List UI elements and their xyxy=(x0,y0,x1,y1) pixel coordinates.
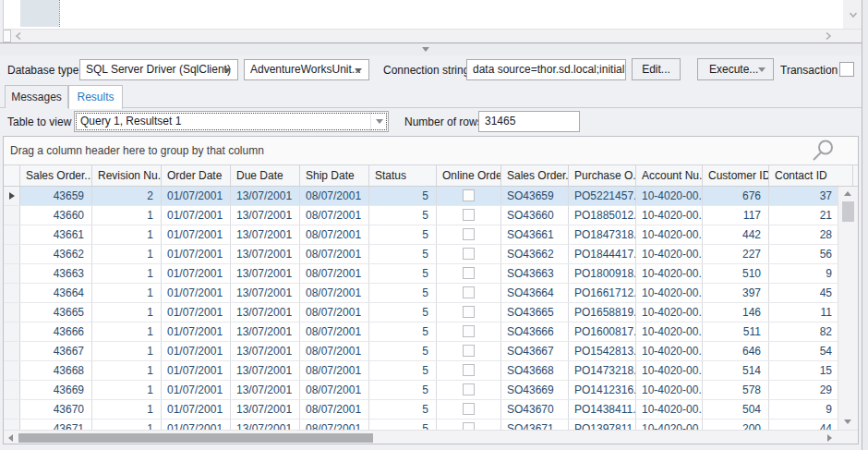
column-header-online_order[interactable]: Online Orde... xyxy=(437,165,501,186)
column-header-sales_order_number[interactable]: Sales Order... xyxy=(501,165,569,186)
cell-ship_date: 08/07/2001 xyxy=(300,284,369,302)
cell-order_date: 01/07/2001 xyxy=(162,361,231,380)
cell-account_number: 10-4020-00... xyxy=(636,420,703,430)
cell-due_date: 13/07/2001 xyxy=(231,187,300,205)
cell-order_date: 01/07/2001 xyxy=(162,322,231,341)
table-row[interactable]: 43664101/07/200113/07/200108/07/20015SO4… xyxy=(4,284,858,303)
online-order-checkbox[interactable] xyxy=(463,248,475,260)
grid-vertical-scrollbar[interactable] xyxy=(838,187,858,430)
execute-button-label: Execute... xyxy=(709,63,758,76)
online-order-checkbox[interactable] xyxy=(463,383,475,395)
cell-account_number: 10-4020-00... xyxy=(636,322,703,341)
chevron-right-icon[interactable] xyxy=(823,30,834,42)
cell-customer_id: 200 xyxy=(703,420,769,430)
row-indicator xyxy=(4,400,20,419)
table-row[interactable]: 43669101/07/200113/07/200108/07/20015SO4… xyxy=(4,381,858,400)
execute-button[interactable]: Execute... xyxy=(697,58,774,80)
column-header-account_number[interactable]: Account Nu... xyxy=(636,165,703,186)
cell-customer_id: 646 xyxy=(703,342,769,360)
table-to-view-combo[interactable]: Query 1, Resultset 1 xyxy=(74,111,389,132)
cell-due_date: 13/07/2001 xyxy=(231,206,300,225)
online-order-checkbox[interactable] xyxy=(463,345,475,357)
table-row[interactable]: 43662101/07/200113/07/200108/07/20015SO4… xyxy=(4,245,858,264)
tab-messages[interactable]: Messages xyxy=(5,85,68,108)
cell-purchase_order: PO1844417... xyxy=(569,245,636,263)
table-row[interactable]: 43665101/07/200113/07/200108/07/20015SO4… xyxy=(4,303,858,322)
table-row[interactable]: 43668101/07/200113/07/200108/07/20015SO4… xyxy=(4,361,858,381)
cell-online_order xyxy=(437,303,501,322)
cell-ship_date: 08/07/2001 xyxy=(300,264,369,283)
splitter-grip[interactable] xyxy=(3,30,11,43)
online-order-checkbox[interactable] xyxy=(463,364,475,376)
column-header-contact_id[interactable]: Contact ID xyxy=(769,165,853,186)
table-row[interactable]: 43660101/07/200113/07/200108/07/20015SO4… xyxy=(4,206,858,225)
database-name-combo[interactable]: AdventureWorksUnit... xyxy=(244,59,369,80)
sql-editor-area[interactable] xyxy=(3,0,843,29)
online-order-checkbox[interactable] xyxy=(463,306,475,318)
chevron-down-icon[interactable] xyxy=(848,9,859,20)
column-header-status[interactable]: Status xyxy=(369,165,437,186)
edit-button[interactable]: Edit... xyxy=(632,58,681,80)
cell-ship_date: 08/07/2001 xyxy=(300,303,369,322)
connection-string-input[interactable]: data source=thor.sd.local;initial catalo xyxy=(466,59,626,80)
editor-vertical-scrollbar[interactable] xyxy=(843,0,862,29)
cell-status: 5 xyxy=(369,420,437,430)
column-header-revision_number[interactable]: Revision Nu... xyxy=(92,165,162,186)
cell-account_number: 10-4020-00... xyxy=(636,206,703,225)
cell-order_date: 01/07/2001 xyxy=(162,284,231,302)
table-row[interactable]: 43670101/07/200113/07/200108/07/20015SO4… xyxy=(4,400,858,420)
search-icon[interactable] xyxy=(810,139,836,164)
column-header-sales_order_id[interactable]: Sales Order... xyxy=(20,165,92,186)
online-order-checkbox[interactable] xyxy=(463,286,475,298)
online-order-checkbox[interactable] xyxy=(463,189,475,201)
chevron-down-icon xyxy=(355,68,362,73)
cell-customer_id: 504 xyxy=(703,400,769,419)
cell-due_date: 13/07/2001 xyxy=(231,245,300,263)
column-header-ship_date[interactable]: Ship Date xyxy=(300,165,369,186)
online-order-checkbox[interactable] xyxy=(463,422,475,430)
scroll-left-icon[interactable] xyxy=(8,434,13,442)
combo-dropdown-button[interactable] xyxy=(370,112,388,131)
table-row[interactable]: 43663101/07/200113/07/200108/07/20015SO4… xyxy=(4,264,858,284)
editor-selection-highlight xyxy=(20,0,59,27)
cell-sales_order_number: SO43668 xyxy=(501,361,569,380)
cell-status: 5 xyxy=(369,342,437,360)
column-header-order_date[interactable]: Order Date xyxy=(162,165,231,186)
vertical-scroll-thumb[interactable] xyxy=(842,201,854,222)
cell-account_number: 10-4020-00... xyxy=(636,342,703,360)
scroll-right-icon[interactable] xyxy=(827,434,832,442)
online-order-checkbox[interactable] xyxy=(463,325,475,337)
cell-status: 5 xyxy=(369,206,437,225)
column-header-purchase_order[interactable]: Purchase O... xyxy=(569,165,636,186)
horizontal-splitter[interactable] xyxy=(0,43,868,55)
table-row[interactable]: 43659201/07/200113/07/200108/07/20015SO4… xyxy=(4,187,858,206)
database-type-combo[interactable]: SQL Server Driver (SqlClient) xyxy=(79,59,238,80)
cell-customer_id: 676 xyxy=(703,187,769,205)
table-row[interactable]: 43661101/07/200113/07/200108/07/20015SO4… xyxy=(4,225,858,245)
transaction-checkbox[interactable] xyxy=(839,62,854,77)
online-order-checkbox[interactable] xyxy=(463,228,475,240)
chevron-left-icon[interactable] xyxy=(13,30,24,42)
cell-ship_date: 08/07/2001 xyxy=(300,381,369,399)
online-order-checkbox[interactable] xyxy=(463,209,475,221)
grid-horizontal-scrollbar[interactable] xyxy=(4,430,858,444)
table-row[interactable]: 43667101/07/200113/07/200108/07/20015SO4… xyxy=(4,342,858,361)
table-row[interactable]: 43666101/07/200113/07/200108/07/20015SO4… xyxy=(4,322,858,342)
column-header-customer_id[interactable]: Customer ID xyxy=(703,165,769,186)
column-header-due_date[interactable]: Due Date xyxy=(231,165,300,186)
cell-status: 5 xyxy=(369,361,437,380)
horizontal-scroll-thumb[interactable] xyxy=(18,433,373,443)
splitter-collapse-icon[interactable] xyxy=(422,47,429,52)
online-order-checkbox[interactable] xyxy=(463,267,475,279)
cell-sales_order_number: SO43670 xyxy=(501,400,569,419)
number-of-rows-input[interactable]: 31465 xyxy=(478,111,580,132)
scroll-down-icon[interactable] xyxy=(844,420,851,424)
table-row[interactable]: 43671101/07/200113/07/200108/07/20015SO4… xyxy=(4,420,858,430)
online-order-checkbox[interactable] xyxy=(463,403,475,415)
editor-horizontal-scrollbar[interactable] xyxy=(3,29,862,43)
cell-online_order xyxy=(437,322,501,341)
tab-results[interactable]: Results xyxy=(68,85,123,109)
group-by-panel[interactable]: Drag a column header here to group by th… xyxy=(4,137,858,164)
scroll-up-icon[interactable] xyxy=(844,191,851,196)
cell-order_date: 01/07/2001 xyxy=(162,187,231,205)
